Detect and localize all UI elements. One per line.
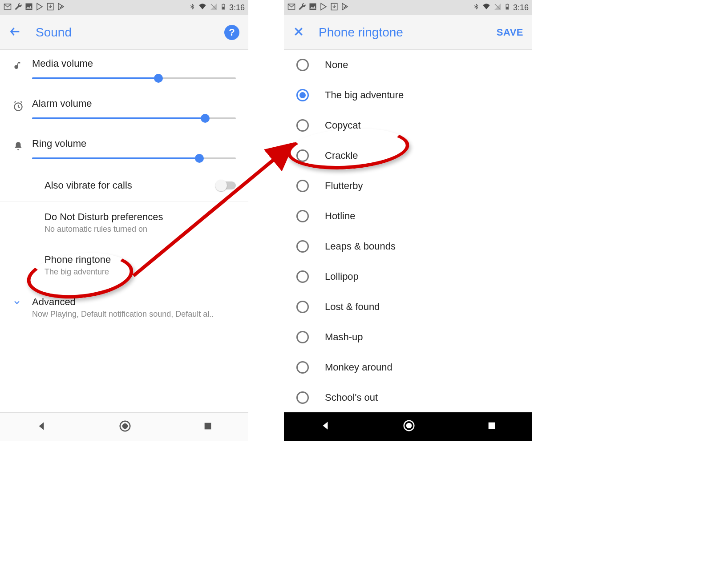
help-icon[interactable]: ? [224,25,239,40]
ringtone-label: Hotline [325,210,355,222]
wrench-icon [14,3,22,13]
chevron-down-icon [12,296,32,319]
ringtone-option[interactable]: Crackle [284,141,532,171]
media-volume-row: Media volume [0,50,248,90]
ringtone-label: Leaps & bounds [325,241,396,252]
wifi-icon [198,3,207,13]
ringtone-option[interactable]: Hotline [284,201,532,231]
ringtone-list[interactable]: NoneThe big adventureCopycatCrackleFlutt… [284,50,532,412]
page-title: Sound [36,25,224,40]
nav-home-icon[interactable] [118,419,132,435]
music-note-icon [12,58,32,74]
status-time: 3:16 [229,3,245,12]
status-time: 3:16 [513,3,529,12]
status-icons-right: 3:16 [473,3,529,13]
wrench-icon [298,3,306,13]
ringtone-option[interactable]: Flutterby [284,171,532,201]
app-bar: Phone ringtone SAVE [284,15,532,50]
status-icons-right: 3:16 [189,3,245,13]
nav-back-icon[interactable] [36,420,47,434]
alarm-volume-label: Alarm volume [32,98,236,109]
svg-rect-16 [507,4,508,4]
close-icon[interactable] [293,26,304,39]
nav-home-icon[interactable] [402,419,416,434]
page-title: Phone ringtone [319,25,497,40]
ringtone-option[interactable]: None [284,50,532,80]
bell-icon [12,138,32,154]
nav-recents-icon[interactable] [203,421,213,433]
radio-button[interactable] [296,59,309,71]
settings-list: Media volume Alarm volume [0,50,248,412]
play-check-icon [341,3,349,13]
radio-button[interactable] [296,180,309,192]
svg-rect-12 [310,3,316,10]
ringtone-option[interactable]: Lost & found [284,292,532,322]
vibrate-label: Also vibrate for calls [44,180,216,191]
radio-button[interactable] [296,331,309,343]
ringtone-label: Crackle [325,150,358,161]
nav-recents-icon[interactable] [487,421,497,432]
status-icons-left [287,3,349,13]
status-bar: 3:16 [284,0,532,15]
alarm-icon [12,98,32,114]
ringtone-option[interactable]: Copycat [284,110,532,141]
ring-volume-row: Ring volume [0,130,248,170]
radio-button[interactable] [296,270,309,283]
save-button[interactable]: SAVE [497,27,523,38]
advanced-row[interactable]: Advanced Now Playing, Default notificati… [0,286,248,329]
radio-button[interactable] [296,210,309,222]
status-icons-left [4,3,65,13]
ringtone-label: Lost & found [325,301,380,313]
dnd-row[interactable]: Do Not Disturb preferences No automatic … [0,201,248,244]
ringtone-label: The big adventure [325,89,404,101]
radio-button[interactable] [296,301,309,313]
ringtone-label: Lollipop [325,271,359,282]
radio-button[interactable] [296,361,309,374]
radio-button[interactable] [296,89,309,101]
media-volume-slider[interactable] [32,77,236,79]
alarm-volume-slider[interactable] [32,117,236,119]
svg-rect-10 [205,423,211,429]
vibrate-row[interactable]: Also vibrate for calls [0,170,248,201]
radio-button[interactable] [296,240,309,253]
play-icon [320,3,328,13]
ringtone-label: None [325,59,348,71]
play-icon [36,3,44,13]
ringtone-option[interactable]: The big adventure [284,80,532,110]
no-signal-icon [494,3,502,13]
image-icon [25,3,33,13]
ringtone-label: Mash-up [325,331,363,343]
ringtone-sub: The big adventure [44,267,111,277]
radio-button[interactable] [296,149,309,162]
play-check-icon [57,3,65,13]
svg-point-9 [122,423,128,429]
dnd-title: Do Not Disturb preferences [44,211,163,223]
radio-button[interactable] [296,391,309,404]
right-phone-ringtone-picker: 3:16 Phone ringtone SAVE NoneThe big adv… [284,0,532,441]
svg-rect-1 [26,3,32,10]
radio-button[interactable] [296,119,309,132]
advanced-sub: Now Playing, Default notification sound,… [32,310,214,319]
svg-point-19 [406,423,412,429]
ringtone-option[interactable]: Monkey around [284,352,532,383]
ringtone-option[interactable]: Leaps & bounds [284,231,532,262]
left-phone-sound-settings: 3:16 Sound ? Media volume [0,0,248,441]
back-icon[interactable] [9,25,21,40]
wifi-icon [482,3,491,13]
nav-back-icon[interactable] [320,420,331,433]
vibrate-toggle[interactable] [216,181,236,189]
bluetooth-icon [473,3,479,13]
phone-ringtone-row[interactable]: Phone ringtone The big adventure [0,244,248,286]
advanced-title: Advanced [32,296,214,308]
nav-bar [0,412,248,441]
ringtone-label: Flutterby [325,180,363,192]
ringtone-option[interactable]: Mash-up [284,322,532,352]
alarm-volume-row: Alarm volume [0,90,248,130]
svg-rect-6 [222,7,225,9]
ringtone-option[interactable]: School's out [284,383,532,412]
ringtone-option[interactable]: Lollipop [284,262,532,292]
ring-volume-slider[interactable] [32,157,236,159]
svg-rect-20 [489,423,495,429]
ringtone-title: Phone ringtone [44,254,111,266]
battery-icon [220,3,227,13]
